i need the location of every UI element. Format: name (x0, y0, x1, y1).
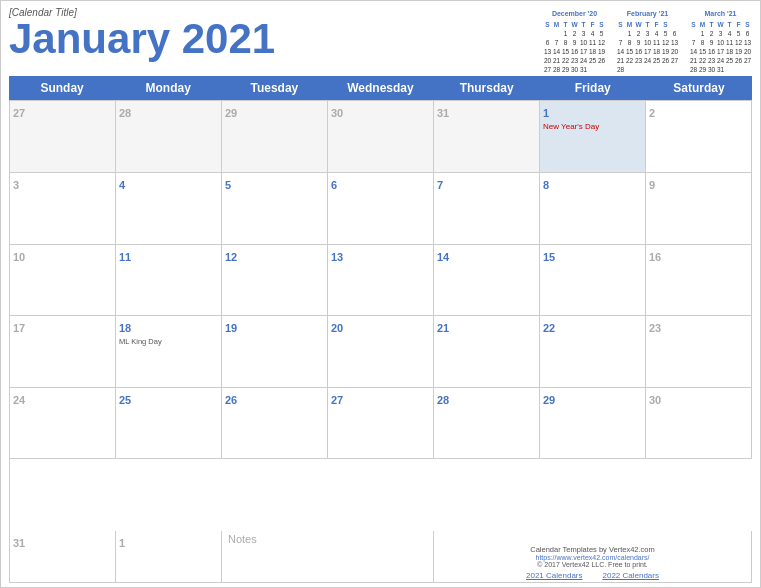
notes-cell: Notes (222, 531, 434, 583)
cell-jan-30: 30 (646, 388, 752, 460)
footer-row: 31 1 Notes Calendar Templates by Vertex4… (9, 531, 752, 583)
cell-jan-12: 12 (222, 245, 328, 317)
day-header-wednesday: Wednesday (327, 79, 433, 97)
mini-cal-february: February '21 SMWTFS 123456 78910111213 1… (616, 9, 679, 74)
cell-jan-6: 6 (328, 173, 434, 245)
cell-jan-20: 20 (328, 316, 434, 388)
day-header-thursday: Thursday (434, 79, 540, 97)
mlk-day-label: ML King Day (119, 337, 218, 346)
cell-jan-25: 25 (116, 388, 222, 460)
cell-jan-5: 5 (222, 173, 328, 245)
cell-jan-24: 24 (10, 388, 116, 460)
cell-jan-2: 2 (646, 101, 752, 173)
cell-jan-19: 19 (222, 316, 328, 388)
cell-jan-15: 15 (540, 245, 646, 317)
cell-jan-10: 10 (10, 245, 116, 317)
mini-calendars: December '20 SMTWTFS 12345 6789101112 13… (543, 9, 752, 74)
cell-jan-16: 16 (646, 245, 752, 317)
cell-dec-28: 28 (116, 101, 222, 173)
credit-line2: https://www.vertex42.com/calendars/ (536, 554, 650, 561)
day-header-tuesday: Tuesday (221, 79, 327, 97)
day-header-friday: Friday (540, 79, 646, 97)
cell-jan-14: 14 (434, 245, 540, 317)
cell-jan-17: 17 (10, 316, 116, 388)
link-2022-calendars[interactable]: 2022 Calendars (603, 571, 659, 580)
mini-cal-december: December '20 SMTWTFS 12345 6789101112 13… (543, 9, 606, 74)
cell-jan-27: 27 (328, 388, 434, 460)
cell-jan-13: 13 (328, 245, 434, 317)
cell-jan-31: 31 (10, 531, 116, 583)
cell-dec-29: 29 (222, 101, 328, 173)
cell-dec-30: 30 (328, 101, 434, 173)
cell-jan-18: 18 ML King Day (116, 316, 222, 388)
calendar-header: [Calendar Title] January 2021 December '… (9, 7, 752, 74)
cell-jan-29: 29 (540, 388, 646, 460)
credit-line1: Calendar Templates by Vertex42.com (530, 545, 655, 554)
cell-jan-26: 26 (222, 388, 328, 460)
cell-jan-23: 23 (646, 316, 752, 388)
cell-jan-7: 7 (434, 173, 540, 245)
days-header: Sunday Monday Tuesday Wednesday Thursday… (9, 76, 752, 100)
header-left: [Calendar Title] January 2021 (9, 7, 275, 60)
cell-jan-11: 11 (116, 245, 222, 317)
mini-cal-dec-title: December '20 (543, 9, 606, 19)
cell-feb-1: 1 (116, 531, 222, 583)
calendar-wrapper: [Calendar Title] January 2021 December '… (0, 0, 761, 588)
cell-jan-28: 28 (434, 388, 540, 460)
day-header-saturday: Saturday (646, 79, 752, 97)
credit-cell: Calendar Templates by Vertex42.com https… (434, 531, 752, 583)
cell-jan-1: 1 New Year's Day (540, 101, 646, 173)
mini-cal-feb-title: February '21 (616, 9, 679, 19)
day-header-monday: Monday (115, 79, 221, 97)
mini-cal-mar-title: March '21 (689, 9, 752, 19)
cell-jan-22: 22 (540, 316, 646, 388)
calendar-grid: 27 28 29 30 31 1 New Year's Day 2 3 4 5 … (9, 100, 752, 531)
mini-cal-march: March '21 SMTWTFS 123456 78910111213 141… (689, 9, 752, 74)
credit-line3: © 2017 Vertex42 LLC. Free to print. (537, 561, 648, 568)
cell-jan-21: 21 (434, 316, 540, 388)
month-year-title: January 2021 (9, 18, 275, 60)
cell-dec-31: 31 (434, 101, 540, 173)
cell-jan-8: 8 (540, 173, 646, 245)
cell-jan-4: 4 (116, 173, 222, 245)
day-header-sunday: Sunday (9, 79, 115, 97)
cell-jan-9: 9 (646, 173, 752, 245)
new-years-day-label: New Year's Day (543, 122, 642, 132)
cell-dec-27: 27 (10, 101, 116, 173)
cell-jan-3: 3 (10, 173, 116, 245)
link-2021-calendars[interactable]: 2021 Calendars (526, 571, 582, 580)
